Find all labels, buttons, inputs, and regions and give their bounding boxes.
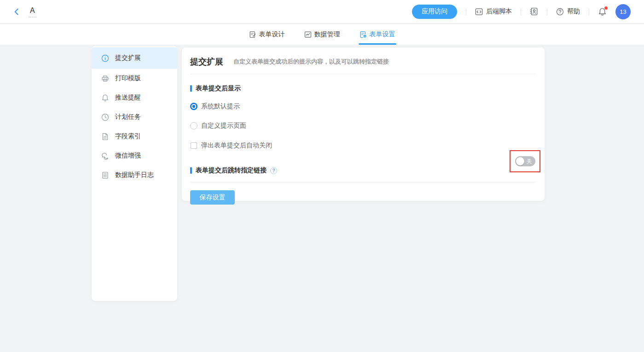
sidebar-item-submit-extension[interactable]: 提交扩展 xyxy=(92,47,177,69)
help-tooltip-icon[interactable]: ? xyxy=(270,167,277,174)
checkbox-label: 弹出表单提交后自动关闭 xyxy=(201,141,272,150)
panel-title: 提交扩展 xyxy=(190,56,223,67)
radio-label: 自定义提示页面 xyxy=(201,122,246,130)
tab-data-manage[interactable]: 数据管理 xyxy=(303,24,341,45)
form-design-icon xyxy=(249,31,256,38)
app-access-button[interactable]: 应用访问 xyxy=(412,5,457,19)
radio-custom-page[interactable]: 自定义提示页面 xyxy=(190,122,536,130)
code-icon xyxy=(475,8,483,16)
sidebar-item-label: 计划任务 xyxy=(115,113,141,121)
panel-header: 提交扩展 自定义表单提交成功后的提示内容，以及可以跳转指定链接 xyxy=(190,47,536,74)
sidebar-item-scheduled-tasks[interactable]: 计划任务 xyxy=(92,107,177,127)
help-button[interactable]: 帮助 xyxy=(556,7,580,16)
tab-form-settings[interactable]: 表单设置 xyxy=(359,24,396,45)
address-book-icon xyxy=(530,7,538,16)
tab-label: 表单设置 xyxy=(370,30,395,39)
divider xyxy=(521,8,521,15)
sidebar-item-data-assistant-log[interactable]: 数据助手日志 xyxy=(92,165,177,185)
topbar-left: A xyxy=(13,6,36,18)
log-icon xyxy=(101,171,109,179)
radio-checked-icon[interactable] xyxy=(190,103,197,110)
radio-unchecked-icon[interactable] xyxy=(190,122,197,129)
sidebar-item-label: 微信增强 xyxy=(115,152,141,160)
sidebar-item-wechat-enhance[interactable]: 微信增强 xyxy=(92,146,177,165)
submit-extension-panel: 提交扩展 自定义表单提交成功后的提示内容，以及可以跳转指定链接 表单提交后显示 … xyxy=(182,47,545,201)
notification-button[interactable] xyxy=(598,7,607,16)
backend-script-button[interactable]: 后端脚本 xyxy=(475,7,512,16)
sidebar-item-push-reminder[interactable]: 推送提醒 xyxy=(92,88,177,107)
panel-subtitle: 自定义表单提交成功后的提示内容，以及可以跳转指定链接 xyxy=(233,58,389,66)
tabbar: 表单设计 数据管理 表单设置 xyxy=(0,24,644,45)
tab-label: 表单设计 xyxy=(259,30,285,39)
sidebar-item-label: 打印模版 xyxy=(115,74,141,82)
annotation-highlight-box: 关 xyxy=(510,150,540,172)
sidebar-item-print-template[interactable]: 打印模版 xyxy=(92,69,177,88)
sidebar-item-label: 推送提醒 xyxy=(115,94,141,102)
tab-label: 数据管理 xyxy=(314,30,340,39)
wechat-icon xyxy=(101,152,109,160)
avatar[interactable]: 13 xyxy=(615,4,631,19)
redirect-toggle-switch[interactable]: 关 xyxy=(515,156,535,166)
data-manage-icon xyxy=(304,31,312,38)
info-icon xyxy=(101,54,109,62)
section-display-title: 表单提交后显示 xyxy=(190,84,536,93)
back-button[interactable] xyxy=(13,8,21,16)
radio-system-default[interactable]: 系统默认提示 xyxy=(190,102,536,111)
divider xyxy=(547,8,547,15)
tab-form-design[interactable]: 表单设计 xyxy=(248,24,286,45)
toggle-knob xyxy=(516,157,524,165)
sidebar-item-label: 数据助手日志 xyxy=(115,171,154,179)
chevron-left-icon xyxy=(13,8,21,16)
topbar: A 应用访问 后端脚本 帮助 xyxy=(0,0,644,23)
settings-sidebar: 提交扩展 打印模版 推送提醒 计划任务 字段索引 微信增强 数据助手日志 xyxy=(92,46,177,301)
divider xyxy=(589,8,589,15)
divider xyxy=(466,8,466,15)
toggle-off-label: 关 xyxy=(527,158,532,164)
checkbox-icon[interactable] xyxy=(191,142,197,149)
bell-icon xyxy=(101,94,109,102)
divider xyxy=(190,182,536,182)
help-label: 帮助 xyxy=(567,7,580,16)
sidebar-item-label: 字段索引 xyxy=(115,132,141,141)
printer-icon xyxy=(101,75,109,82)
form-settings-icon xyxy=(360,31,367,38)
section-title-text: 表单提交后显示 xyxy=(196,84,241,93)
document-icon xyxy=(101,133,109,141)
sidebar-item-label: 提交扩展 xyxy=(115,54,141,62)
checkbox-auto-close[interactable]: 弹出表单提交后自动关闭 xyxy=(190,141,536,150)
save-settings-button[interactable]: 保存设置 xyxy=(190,190,235,205)
section-redirect-title: 表单提交后跳转指定链接 xyxy=(190,166,267,175)
radio-label: 系统默认提示 xyxy=(201,102,240,111)
section-title-text: 表单提交后跳转指定链接 xyxy=(196,166,267,175)
notification-badge xyxy=(604,6,608,10)
members-button[interactable] xyxy=(530,7,538,16)
backend-script-label: 后端脚本 xyxy=(486,7,512,16)
clock-icon xyxy=(101,113,109,121)
section-accent-bar xyxy=(190,85,192,92)
app-title[interactable]: A xyxy=(29,6,36,18)
question-circle-icon xyxy=(556,8,564,16)
section-accent-bar xyxy=(190,167,192,174)
sidebar-item-field-index[interactable]: 字段索引 xyxy=(92,127,177,146)
topbar-right: 应用访问 后端脚本 帮助 13 xyxy=(412,4,631,19)
section-redirect-row: 表单提交后跳转指定链接 ? xyxy=(190,167,536,174)
